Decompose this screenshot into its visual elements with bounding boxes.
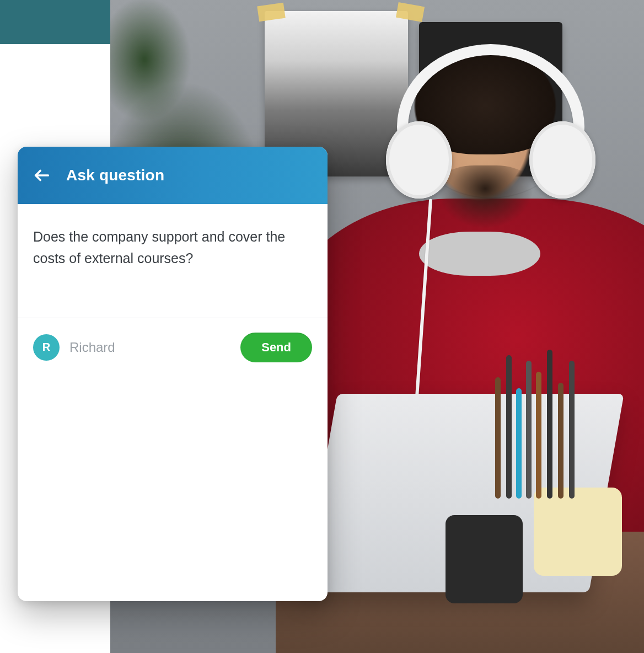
background-accent — [0, 0, 110, 44]
card-body: Does the company support and cover the c… — [18, 204, 328, 285]
ask-question-card: Ask question Does the company support an… — [18, 147, 328, 601]
back-button[interactable] — [30, 163, 54, 188]
send-button[interactable]: Send — [240, 333, 312, 362]
sender-left: R Richard — [33, 334, 115, 361]
sender-row: R Richard Send — [18, 318, 328, 377]
stage: Ask question Does the company support an… — [0, 0, 644, 653]
avatar: R — [33, 334, 60, 361]
arrow-left-icon — [33, 166, 51, 185]
question-text: Does the company support and cover the c… — [33, 226, 298, 269]
page-title: Ask question — [66, 167, 164, 184]
sender-name: Richard — [69, 340, 115, 355]
card-header: Ask question — [18, 147, 328, 204]
